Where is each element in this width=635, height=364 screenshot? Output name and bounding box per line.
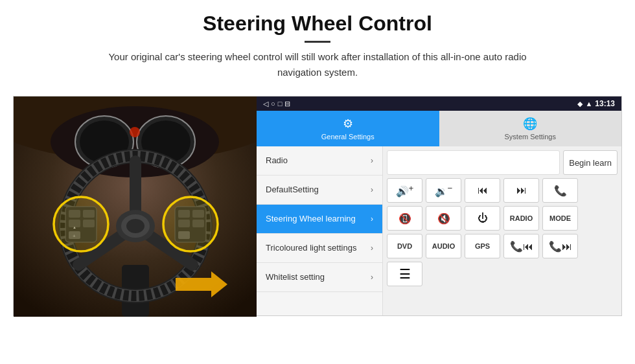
tab-general-label: General Settings [321, 133, 375, 141]
chevron-icon: › [371, 156, 373, 165]
begin-learn-button[interactable]: Begin learn [563, 150, 618, 175]
dvd-button[interactable]: DVD [387, 234, 422, 258]
android-main: Radio › DefaultSetting › Steering Wheel … [257, 146, 621, 315]
chevron-icon: › [371, 273, 373, 282]
next-track-button[interactable]: ⏭ [503, 178, 539, 203]
nav-icons: ◁ ○ □ ⊟ [263, 100, 290, 108]
phone-prev-icon: 📞⏮ [510, 240, 533, 253]
status-bar: ◁ ○ □ ⊟ ◆ ▲ 13:13 [257, 97, 621, 111]
svg-point-32 [54, 197, 108, 251]
vol-up-icon: 🔊+ [396, 183, 414, 198]
page-subtitle: Your original car's steering wheel contr… [91, 49, 544, 80]
menu-item-radio[interactable]: Radio › [257, 146, 382, 176]
gps-label: GPS [475, 242, 490, 250]
control-panel: Begin learn 🔊+ 🔉− ⏮ ⏭ [383, 146, 621, 315]
vol-up-button[interactable]: 🔊+ [387, 178, 422, 203]
radio-label: RADIO [510, 214, 533, 222]
chevron-icon: › [371, 244, 373, 253]
android-ui: ◁ ○ □ ⊟ ◆ ▲ 13:13 ⚙ General Settings 🌐 S… [257, 97, 621, 315]
car-image-area: + ▲ [14, 97, 257, 317]
next-icon: ⏭ [516, 185, 527, 196]
phone-next-icon: 📞⏭ [549, 240, 572, 253]
gear-icon: ⚙ [343, 117, 353, 131]
tab-general[interactable]: ⚙ General Settings [257, 111, 439, 146]
control-row-1: Begin learn [387, 150, 618, 175]
tab-bar: ⚙ General Settings 🌐 System Settings [257, 111, 621, 146]
tab-system[interactable]: 🌐 System Settings [439, 111, 622, 146]
signal-icon: ▲ [585, 100, 592, 108]
vol-down-button[interactable]: 🔉− [426, 178, 461, 203]
dvd-label: DVD [397, 242, 412, 250]
call-button[interactable]: 📞 [542, 178, 578, 203]
list-icon: ☰ [399, 266, 411, 282]
mute-button[interactable]: 🔇 [426, 206, 461, 231]
control-row-5: ☰ [387, 262, 618, 286]
hangup-button[interactable]: 📵 [387, 206, 422, 231]
svg-point-33 [163, 197, 218, 251]
audio-button[interactable]: AUDIO [426, 234, 461, 258]
back-icon[interactable]: ◁ [263, 100, 268, 108]
menu-list: Radio › DefaultSetting › Steering Wheel … [257, 146, 383, 315]
menu-item-whitelist[interactable]: Whitelist setting › [257, 263, 382, 292]
hangup-icon: 📵 [398, 212, 411, 225]
list-icon-button[interactable]: ☰ [387, 262, 422, 286]
recents-icon[interactable]: □ [278, 100, 283, 108]
gps-button[interactable]: GPS [465, 234, 500, 258]
home-icon[interactable]: ○ [271, 100, 275, 108]
phone-next-button[interactable]: 📞⏭ [542, 234, 578, 258]
prev-track-button[interactable]: ⏮ [465, 178, 500, 203]
title-divider [305, 41, 330, 43]
power-icon: ⏻ [478, 212, 488, 224]
tab-system-label: System Settings [505, 133, 556, 141]
mode-button[interactable]: MODE [542, 206, 578, 231]
phone-prev-button[interactable]: 📞⏮ [503, 234, 539, 258]
audio-label: AUDIO [432, 242, 455, 250]
key-input-field[interactable] [387, 150, 560, 175]
page-header: Steering Wheel Control Your original car… [0, 0, 635, 87]
control-row-3: 📵 🔇 ⏻ RADIO MODE [387, 206, 618, 231]
svg-point-17 [126, 219, 144, 233]
menu-item-default[interactable]: DefaultSetting › [257, 176, 382, 205]
mode-label: MODE [549, 214, 571, 222]
mute-icon: 🔇 [437, 212, 450, 225]
content-area: + ▲ ◁ ○ [13, 96, 622, 316]
menu-item-steering[interactable]: Steering Wheel learning › [257, 205, 382, 234]
page-title: Steering Wheel Control [26, 12, 609, 36]
chevron-icon: › [371, 214, 373, 223]
radio-button[interactable]: RADIO [503, 206, 539, 231]
control-row-2: 🔊+ 🔉− ⏮ ⏭ 📞 [387, 178, 618, 203]
globe-icon: 🌐 [523, 117, 537, 131]
status-time: 13:13 [595, 99, 615, 108]
vol-down-icon: 🔉− [435, 183, 453, 198]
menu-item-tricoloured[interactable]: Tricoloured light settings › [257, 234, 382, 263]
prev-icon: ⏮ [478, 185, 488, 196]
phone-icon: 📞 [554, 185, 567, 197]
control-row-4: DVD AUDIO GPS 📞⏮ 📞⏭ [387, 234, 618, 258]
chevron-icon: › [371, 185, 373, 194]
status-right-icons: ◆ ▲ 13:13 [577, 99, 615, 108]
location-icon: ◆ [577, 100, 583, 108]
menu-icon[interactable]: ⊟ [284, 100, 290, 108]
power-button[interactable]: ⏻ [465, 206, 500, 231]
svg-point-7 [130, 127, 140, 137]
